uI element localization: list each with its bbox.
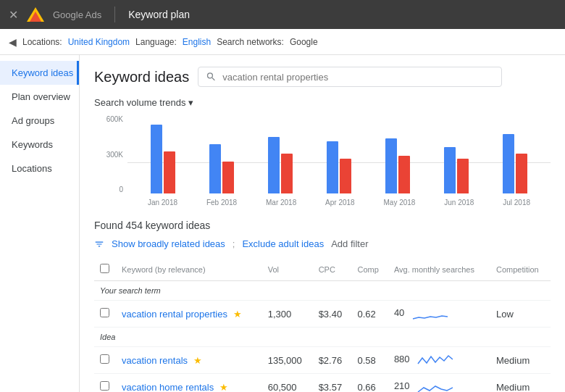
keyword-cell: vacation rentals ★: [116, 347, 262, 374]
keyword-cell: vacation rental properties ★: [116, 301, 262, 328]
bar-group-apr: [327, 141, 351, 193]
app-name: Google Ads: [53, 9, 101, 20]
close-icon[interactable]: ✕: [9, 8, 18, 22]
sidebar: Keyword ideas Plan overview Ad groups Ke…: [0, 55, 80, 392]
comp-cell: 0.62: [352, 301, 388, 328]
bar-blue-apr: [327, 141, 338, 193]
plan-title: Keyword plan: [128, 9, 190, 20]
bar-red-mar: [281, 154, 293, 193]
sidebar-item-ad-groups[interactable]: Ad groups: [0, 109, 79, 133]
row-checkbox-vacation-rental-properties[interactable]: [100, 308, 109, 317]
language-label: Language:: [135, 37, 177, 47]
competition-cell: Medium: [490, 347, 551, 374]
show-broadly-related-link[interactable]: Show broadly related ideas: [112, 238, 225, 249]
header-checkbox-cell: [94, 258, 116, 281]
table-row: vacation rentals ★ 135,000 $2.76 0.58 88…: [94, 347, 551, 374]
sparkline-icon: [417, 352, 453, 368]
bars-container: [127, 115, 551, 193]
bar-group-jul: [503, 134, 527, 193]
location-value[interactable]: United Kingdom: [68, 37, 130, 47]
x-axis: Jan 2018 Feb 2018 Mar 2018 Apr 2018 May …: [127, 195, 551, 209]
search-input[interactable]: [222, 72, 494, 83]
bar-group-may: [385, 138, 410, 193]
page-title: Keyword ideas: [94, 69, 189, 86]
table-row: vacation rental properties ★ 1,300 $3.40…: [94, 301, 551, 328]
keyword-table: Keyword (by relevance) Vol CPC Comp Avg.…: [94, 258, 551, 392]
exclude-adult-ideas-link[interactable]: Exclude adult ideas: [242, 238, 324, 249]
cpc-cell: $3.40: [313, 301, 352, 328]
sidebar-item-locations[interactable]: Locations: [0, 157, 79, 180]
x-label-apr: Apr 2018: [325, 199, 355, 207]
bar-blue-feb: [209, 144, 221, 193]
chart-toggle-button[interactable]: Search volume trends ▾: [94, 97, 551, 108]
sidebar-item-keyword-ideas[interactable]: Keyword ideas: [0, 61, 79, 85]
keyword-cell: vacation home rentals ★: [116, 374, 262, 393]
location-label: Locations:: [22, 37, 62, 47]
bar-blue-mar: [268, 137, 280, 193]
found-count: Found 454 keyword ideas: [94, 220, 551, 231]
header-avg-monthly: Avg. monthly searches: [388, 258, 490, 281]
select-all-checkbox[interactable]: [100, 264, 109, 273]
sidebar-item-plan-overview[interactable]: Plan overview: [0, 85, 79, 109]
star-icon[interactable]: ★: [193, 355, 202, 366]
bar-group-mar: [268, 137, 293, 193]
app-logo: [25, 6, 46, 23]
filter-row: Show broadly related ideas ; Exclude adu…: [94, 238, 551, 249]
y-label-600k: 600K: [106, 115, 123, 123]
bar-red-feb: [222, 162, 234, 193]
row-checkbox-vacation-rentals[interactable]: [100, 354, 109, 364]
y-label-0: 0: [119, 185, 123, 193]
vol-cell: 60,500: [262, 374, 313, 393]
topbar-divider: [114, 7, 115, 22]
google-ads-logo-icon: [25, 6, 46, 23]
search-icon: [206, 71, 217, 83]
row-checkbox-cell: [94, 347, 116, 374]
section-label-row-search-term: Your search term: [94, 281, 551, 301]
star-icon[interactable]: ★: [219, 382, 228, 393]
comp-cell: 0.66: [352, 374, 388, 393]
chart-section: Search volume trends ▾ 600K 300K 0: [94, 97, 551, 209]
header-competition: Competition: [490, 258, 551, 281]
network-label: Search networks:: [217, 37, 284, 47]
chart-container: 600K 300K 0: [94, 115, 551, 209]
avg-monthly-cell: 210: [388, 374, 490, 393]
main-layout: Keyword ideas Plan overview Ad groups Ke…: [0, 55, 565, 392]
bar-group-jun: [444, 147, 469, 193]
avg-monthly-value: 210: [394, 380, 410, 391]
content-area: Keyword ideas Search volume trends ▾ 600…: [80, 55, 565, 392]
x-label-mar: Mar 2018: [266, 199, 296, 207]
keyword-search-box[interactable]: [198, 67, 502, 87]
language-value[interactable]: English: [183, 37, 211, 47]
network-value: Google: [290, 37, 318, 47]
header-cpc: CPC: [313, 258, 352, 281]
page-title-row: Keyword ideas: [94, 67, 551, 87]
header-keyword: Keyword (by relevance): [116, 258, 262, 281]
vol-cell: 1,300: [262, 301, 313, 328]
section-label-idea: Idea: [94, 328, 551, 347]
filter-icon: [94, 239, 104, 249]
star-icon[interactable]: ★: [233, 309, 242, 320]
keyword-name[interactable]: vacation rentals: [122, 355, 188, 366]
y-axis: 600K 300K 0: [94, 115, 126, 193]
avg-monthly-value: 40: [394, 307, 404, 318]
comp-cell: 0.58: [352, 347, 388, 374]
subbar-back-arrow[interactable]: ◀: [9, 36, 17, 48]
header-vol: Vol: [262, 258, 313, 281]
add-filter-link[interactable]: Add filter: [331, 238, 368, 249]
chart-toggle-label: Search volume trends: [94, 97, 185, 108]
bar-red-jun: [457, 159, 469, 193]
sparkline-icon: [417, 379, 453, 392]
vol-cell: 135,000: [262, 347, 313, 374]
row-checkbox-vacation-home-rentals[interactable]: [100, 381, 109, 391]
avg-monthly-value: 880: [394, 354, 410, 364]
bar-red-may: [398, 156, 410, 193]
table-row: vacation home rentals ★ 60,500 $3.57 0.6…: [94, 374, 551, 393]
row-checkbox-cell: [94, 374, 116, 393]
competition-cell: Medium: [490, 374, 551, 393]
bar-blue-jan: [151, 125, 162, 193]
keyword-name[interactable]: vacation rental properties: [122, 309, 227, 320]
sidebar-item-keywords[interactable]: Keywords: [0, 133, 79, 157]
x-label-feb: Feb 2018: [206, 199, 237, 207]
x-label-jan: Jan 2018: [148, 199, 177, 207]
keyword-name[interactable]: vacation home rentals: [122, 382, 214, 393]
